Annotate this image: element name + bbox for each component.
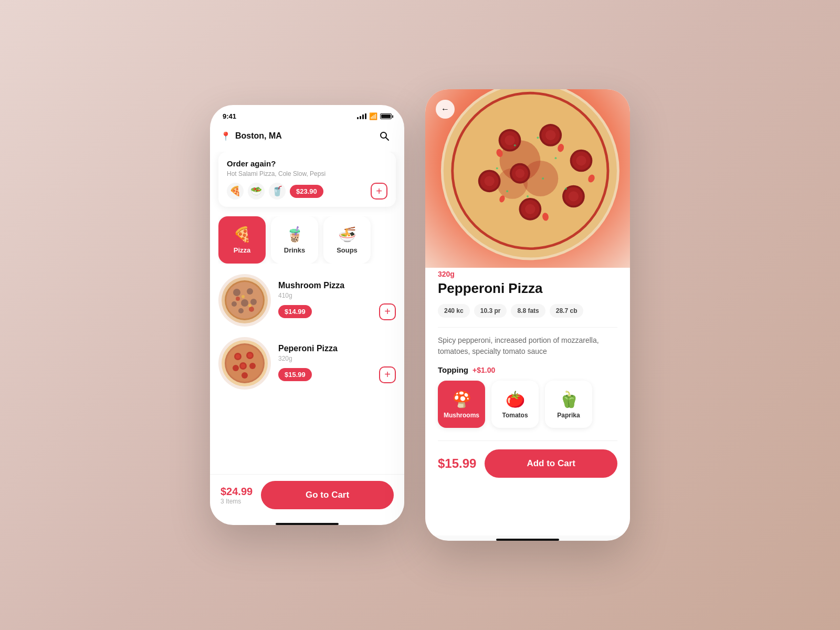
svg-point-10 <box>238 308 244 313</box>
svg-point-65 <box>527 195 529 197</box>
topping-tomatos[interactable]: 🍅 Tomatos <box>491 381 539 428</box>
toppings-row: 🍄 Mushrooms 🍅 Tomatos 🫑 Paprika <box>438 381 617 428</box>
svg-point-39 <box>545 130 555 140</box>
battery-icon <box>380 113 392 119</box>
location-bar: 📍 Boston, MA <box>210 124 404 152</box>
go-to-cart-button[interactable]: Go to Cart <box>261 481 394 509</box>
add-pepperoni-button[interactable]: + <box>379 366 396 383</box>
category-pizza[interactable]: 🍕 Pizza <box>218 216 266 264</box>
status-bar: 9:41 📶 <box>210 105 404 124</box>
svg-point-51 <box>484 176 494 186</box>
add-to-cart-button[interactable]: Add to Cart <box>485 449 617 478</box>
soups-label: Soups <box>337 246 358 254</box>
svg-line-1 <box>386 138 388 140</box>
signal-icon <box>357 113 366 119</box>
back-button[interactable]: ← <box>436 100 455 119</box>
menu-item-pepperoni: Peperoni Pizza 320g $15.99 + <box>218 337 396 390</box>
svg-point-45 <box>569 191 579 201</box>
svg-point-11 <box>249 307 254 312</box>
cart-total: $24.99 3 Items <box>220 486 253 505</box>
tomato-emoji: 🍅 <box>506 390 525 408</box>
scroll-content: Order again? Hot Salami Pizza, Cole Slow… <box>210 152 404 474</box>
mushroom-pizza-svg <box>221 277 268 324</box>
nutrition-fats: 8.8 fats <box>511 304 545 318</box>
topping-header: Topping +$1.00 <box>438 365 617 374</box>
detail-bottom: $15.99 Add to Cart <box>438 440 617 488</box>
item-gram: 320g <box>438 270 617 278</box>
category-drinks[interactable]: 🧋 Drinks <box>271 216 318 264</box>
right-phone: ← <box>425 89 630 541</box>
pepperoni-bottom: $15.99 + <box>278 366 396 383</box>
nutrition-kc: 240 kc <box>438 304 470 318</box>
mushroom-price: $14.99 <box>278 305 312 318</box>
topping-mushrooms[interactable]: 🍄 Mushrooms <box>438 381 485 428</box>
topping-paprika[interactable]: 🫑 Paprika <box>545 381 592 428</box>
pizza-hero-image: ← <box>425 89 630 268</box>
bottom-bar: $24.99 3 Items Go to Cart <box>210 474 404 520</box>
back-icon: ← <box>441 104 449 114</box>
pepperoni-price: $15.99 <box>278 368 312 381</box>
svg-point-21 <box>233 365 239 371</box>
pizza-label: Pizza <box>234 246 251 254</box>
svg-point-48 <box>525 204 535 214</box>
order-price: $23.90 <box>290 185 323 198</box>
add-mushroom-button[interactable]: + <box>379 303 396 320</box>
svg-point-8 <box>232 301 237 307</box>
mushroom-bottom: $14.99 + <box>278 303 396 320</box>
pepperoni-pizza-image <box>218 337 271 390</box>
nutrition-cb: 28.7 cb <box>550 304 584 318</box>
soups-emoji: 🍜 <box>338 226 356 243</box>
cart-price: $24.99 <box>220 486 253 498</box>
mushroom-info: Mushroom Pizza 410g $14.99 + <box>278 281 396 320</box>
svg-point-66 <box>542 177 544 180</box>
cart-items: 3 Items <box>220 498 253 505</box>
item-title: Pepperoni Pizza <box>438 280 617 297</box>
nutrition-row: 240 kc 10.3 pr 8.8 fats 28.7 cb <box>438 304 617 318</box>
pepperoni-weight: 320g <box>278 355 396 362</box>
svg-point-64 <box>565 187 567 190</box>
mushroom-topping-label: Mushrooms <box>444 412 479 419</box>
svg-point-54 <box>516 169 524 178</box>
svg-point-25 <box>248 353 252 358</box>
paprika-emoji: 🫑 <box>559 390 579 408</box>
pizza-illustration <box>425 89 630 268</box>
location-info: 📍 Boston, MA <box>220 131 282 141</box>
item-description: Spicy pepperoni, increased portion of mo… <box>438 335 617 357</box>
mushroom-weight: 410g <box>278 292 396 299</box>
status-icons: 📶 <box>357 112 392 120</box>
topping-label: Topping <box>438 365 468 374</box>
svg-point-5 <box>233 289 240 296</box>
location-text: Boston, MA <box>235 131 282 141</box>
detail-content: 320g Pepperoni Pizza 240 kc 10.3 pr 8.8 … <box>425 257 630 536</box>
svg-point-14 <box>248 304 251 307</box>
mushroom-name: Mushroom Pizza <box>278 281 396 290</box>
svg-point-60 <box>514 144 516 146</box>
food-emoji-pizza: 🍕 <box>227 183 244 200</box>
svg-point-22 <box>249 363 256 369</box>
left-phone: 9:41 📶 📍 Boston, MA <box>210 105 404 525</box>
search-icon <box>379 131 390 141</box>
svg-point-13 <box>242 295 245 298</box>
order-again-subtitle: Hot Salami Pizza, Cole Slow, Pepsi <box>227 170 387 177</box>
svg-point-26 <box>241 364 245 368</box>
menu-item-mushroom: Mushroom Pizza 410g $14.99 + <box>218 274 396 327</box>
home-indicator <box>276 523 339 525</box>
time-display: 9:41 <box>223 112 236 120</box>
topping-price: +$1.00 <box>472 366 495 374</box>
right-home-indicator <box>496 539 559 541</box>
search-button[interactable] <box>375 127 394 145</box>
pizza-emoji: 🍕 <box>233 226 251 243</box>
svg-point-61 <box>554 157 556 159</box>
wifi-icon: 📶 <box>369 112 377 120</box>
mushroom-emoji: 🍄 <box>452 390 471 408</box>
drinks-emoji: 🧋 <box>286 226 304 243</box>
mushroom-pizza-image <box>218 274 271 327</box>
svg-point-9 <box>250 299 257 305</box>
svg-point-12 <box>236 297 240 301</box>
category-soups[interactable]: 🍜 Soups <box>323 216 371 264</box>
reorder-button[interactable]: + <box>371 183 387 200</box>
svg-point-42 <box>576 155 586 165</box>
pepperoni-info: Peperoni Pizza 320g $15.99 + <box>278 344 396 383</box>
nutrition-pr: 10.3 pr <box>474 304 507 318</box>
svg-point-6 <box>247 288 253 295</box>
